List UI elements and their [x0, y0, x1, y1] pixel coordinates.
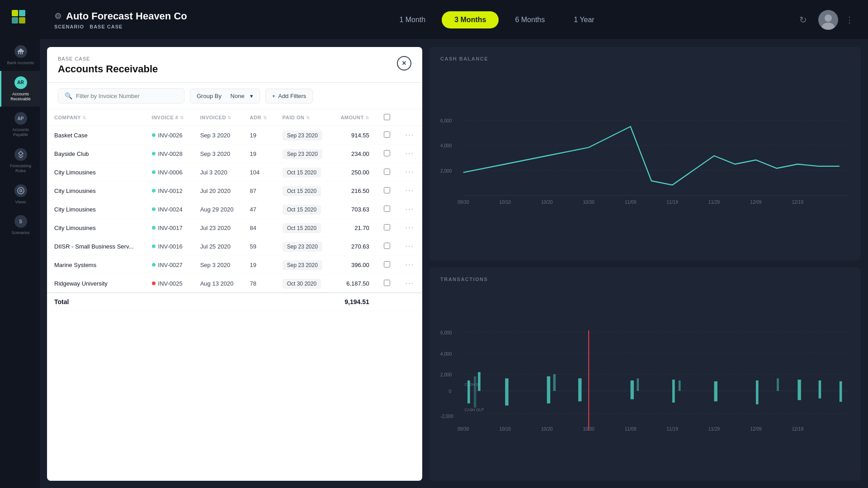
svg-text:10/20: 10/20	[541, 427, 553, 432]
sidebar-item-bank-accounts[interactable]: Bank Accounts	[0, 40, 40, 71]
svg-text:6,000: 6,000	[440, 330, 452, 335]
row-more-icon[interactable]: ···	[406, 261, 414, 268]
sidebar-item-accounts-payable[interactable]: AP Accounts Payable	[0, 107, 40, 143]
paid-on-badge: Sep 23 2020	[283, 242, 322, 252]
col-checkbox-header	[377, 109, 398, 126]
right-panel: CASH BALANCE 6,000 4,000 2,000	[429, 47, 861, 481]
invoice-status-dot	[152, 207, 156, 211]
svg-rect-5	[18, 52, 19, 54]
app-logo[interactable]	[9, 7, 31, 29]
col-company: COMPANY ⇅	[47, 109, 145, 126]
invoice-status-dot	[152, 133, 156, 137]
nav-6months[interactable]: 6 Months	[502, 11, 557, 28]
row-select-checkbox[interactable]	[384, 280, 390, 286]
content-area: BASE CASE Accounts Receivable × 🔍 Group …	[40, 40, 868, 488]
invoiced-cell: Jul 25 2020	[193, 237, 243, 256]
sidebar-label-scenarios: Scenarios	[11, 230, 29, 235]
sidebar-item-forecasting-rules[interactable]: Forecasting Rules	[0, 143, 40, 179]
select-all-checkbox[interactable]	[384, 114, 390, 120]
paid-on-cell: Sep 23 2020	[275, 237, 332, 256]
row-checkbox-cell	[377, 163, 398, 182]
row-more-icon[interactable]: ···	[406, 242, 414, 250]
sidebar-item-accounts-receivable[interactable]: AR Accounts Receivable	[0, 71, 40, 107]
invoice-cell: INV-0012	[145, 182, 193, 200]
company-cell: City Limousines	[47, 219, 145, 237]
accounts-payable-icon: AP	[14, 112, 27, 125]
total-amount: 9,194.51	[332, 293, 377, 311]
row-select-checkbox[interactable]	[384, 150, 390, 156]
row-more-icon[interactable]: ···	[406, 150, 414, 157]
sidebar-label-accounts-receivable: Accounts Receivable	[5, 92, 36, 102]
row-select-checkbox[interactable]	[384, 224, 390, 230]
transactions-chart: 6,000 4,000 2,000 0 -2,000 CASH IN CA	[440, 289, 850, 472]
row-select-checkbox[interactable]	[384, 243, 390, 249]
row-more-icon[interactable]: ···	[406, 205, 414, 213]
row-checkbox-cell	[377, 182, 398, 200]
svg-rect-49	[578, 378, 581, 391]
row-select-checkbox[interactable]	[384, 187, 390, 193]
invoice-number: INV-0006	[158, 169, 183, 176]
svg-rect-53	[679, 380, 681, 391]
title-area: ⚙ Auto Forecast Heaven Co SCENARIO BASE …	[54, 10, 199, 29]
company-cell: Marine Systems	[47, 256, 145, 274]
invoice-cell: INV-0027	[145, 256, 193, 274]
adr-cell: 59	[243, 237, 275, 256]
filter-by-invoice-input[interactable]	[76, 93, 178, 99]
invoice-table: COMPANY ⇅ INVOICE # ⇅ INVOICED ⇅ ADR ⇅ P…	[47, 109, 422, 481]
paid-on-badge: Sep 23 2020	[283, 149, 322, 159]
row-select-checkbox[interactable]	[384, 131, 390, 138]
sidebar-item-views[interactable]: Views	[0, 179, 40, 210]
row-select-checkbox[interactable]	[384, 206, 390, 212]
col-amount: AMOUNT ⇅	[332, 109, 377, 126]
more-options-icon[interactable]: ⋮	[845, 15, 854, 25]
svg-rect-64	[578, 391, 581, 401]
invoice-number: INV-0027	[158, 262, 183, 268]
svg-rect-55	[756, 380, 759, 391]
invoiced-cell: Sep 3 2020	[193, 145, 243, 163]
nav-1year[interactable]: 1 Year	[561, 11, 607, 28]
table-row: Marine Systems INV-0027 Sep 3 2020 19 Se…	[47, 256, 422, 274]
invoiced-cell: Jul 23 2020	[193, 219, 243, 237]
row-actions-cell: ···	[398, 274, 422, 293]
svg-rect-60	[467, 391, 470, 404]
row-more-icon[interactable]: ···	[406, 168, 414, 176]
invoice-status-dot	[152, 226, 156, 230]
svg-rect-62	[505, 391, 508, 405]
col-adr: ADR ⇅	[243, 109, 275, 126]
invoice-number: INV-0025	[158, 280, 183, 287]
paid-on-cell: Sep 23 2020	[275, 256, 332, 274]
settings-icon[interactable]: ⚙	[54, 11, 61, 21]
svg-text:12/09: 12/09	[750, 200, 762, 205]
row-more-icon[interactable]: ···	[406, 224, 414, 231]
sidebar: Bank Accounts AR Accounts Receivable AP …	[0, 0, 40, 488]
add-filters-button[interactable]: + Add Filters	[265, 89, 313, 103]
main-area: ⚙ Auto Forecast Heaven Co SCENARIO BASE …	[40, 0, 868, 488]
invoiced-cell: Aug 29 2020	[193, 200, 243, 219]
row-more-icon[interactable]: ···	[406, 279, 414, 287]
svg-rect-1	[19, 10, 25, 16]
nav-1month[interactable]: 1 Month	[387, 11, 438, 28]
svg-text:12/19: 12/19	[792, 200, 804, 205]
modal-title: Accounts Receivable	[58, 63, 158, 75]
invoice-cell: INV-0026	[145, 126, 193, 145]
group-by-button[interactable]: Group By None ▾	[190, 89, 260, 103]
refresh-button[interactable]: ↻	[795, 12, 811, 28]
user-avatar[interactable]	[818, 10, 838, 30]
company-cell: City Limousines	[47, 163, 145, 182]
row-more-icon[interactable]: ···	[406, 187, 414, 194]
row-select-checkbox[interactable]	[384, 169, 390, 175]
modal-close-button[interactable]: ×	[397, 56, 411, 70]
row-more-icon[interactable]: ···	[406, 131, 414, 139]
svg-rect-51	[637, 378, 639, 391]
row-select-checkbox[interactable]	[384, 261, 390, 267]
invoiced-cell: Sep 3 2020	[193, 256, 243, 274]
nav-3months[interactable]: 3 Months	[442, 11, 499, 28]
views-icon	[14, 184, 27, 197]
sidebar-item-scenarios[interactable]: S Scenarios	[0, 210, 40, 241]
svg-rect-65	[631, 391, 634, 399]
svg-marker-8	[18, 48, 24, 51]
svg-point-9	[18, 188, 24, 194]
svg-text:4,000: 4,000	[440, 143, 452, 148]
row-actions-cell: ···	[398, 163, 422, 182]
paid-on-cell: Oct 15 2020	[275, 182, 332, 200]
